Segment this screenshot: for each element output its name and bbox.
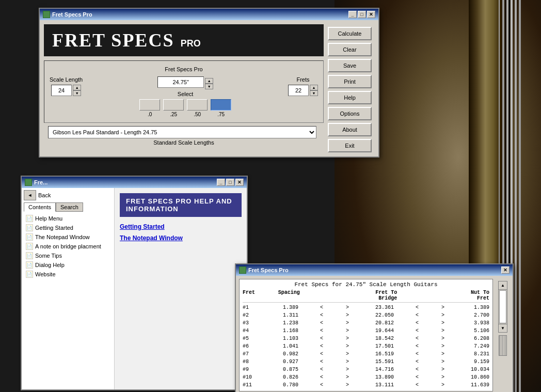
- main-close-button[interactable]: ✕: [367, 11, 375, 18]
- help-window-icon: [25, 179, 32, 186]
- results-close-button[interactable]: ✕: [501, 266, 510, 274]
- results-col-headers: Fret Spacing Fret To Bridge Nut To Fret: [243, 290, 489, 303]
- cell-gt1: >: [345, 319, 350, 327]
- scale-length-dropdown[interactable]: Gibson Les Paul Standard - Length 24.75: [48, 126, 316, 138]
- fretspecs-spinner-buttons: ▲ ▼: [205, 78, 213, 89]
- table-row: #7 0.982 < > 16.519 < > 8.231: [243, 350, 489, 358]
- about-button[interactable]: About: [328, 123, 372, 136]
- fretspecs-increment-button[interactable]: ▲: [205, 78, 213, 84]
- main-title-controls: _ □ ✕: [348, 11, 375, 18]
- cell-ntf: 6.208: [466, 335, 489, 342]
- cell-spacing: 1.311: [278, 311, 298, 319]
- cell-gt2: >: [440, 327, 445, 335]
- help-nav-item[interactable]: 📄 Some Tips: [24, 251, 112, 260]
- cell-ntf: 1.389: [466, 304, 489, 311]
- select-btn-75[interactable]: [211, 99, 231, 111]
- help-nav-item[interactable]: 📄 A note on bridge placment: [24, 242, 112, 251]
- cell-spacing: 1.238: [278, 319, 298, 327]
- help-link-getting-started[interactable]: Getting Started: [120, 223, 242, 230]
- cell-fret: #5: [243, 335, 257, 342]
- help-close-button[interactable]: ✕: [235, 179, 244, 186]
- help-nav-item[interactable]: 📄 Help Menu: [24, 214, 112, 223]
- cell-ntf: 7.249: [466, 342, 489, 350]
- table-row: #10 0.826 < > 13.890 < > 10.860: [243, 373, 489, 381]
- cell-gt1: >: [345, 381, 350, 389]
- help-nav-item[interactable]: 📄 Website: [24, 270, 112, 279]
- help-button[interactable]: Help: [328, 91, 372, 104]
- fretspecs-decrement-button[interactable]: ▼: [205, 84, 213, 89]
- scale-decrement-button[interactable]: ▼: [73, 90, 81, 96]
- help-banner: FRET SPECS PRO HELP AND INFORMATION: [120, 193, 242, 217]
- help-tab-contents[interactable]: Contents: [24, 202, 56, 212]
- clear-button[interactable]: Clear: [328, 43, 372, 56]
- cell-lt2: <: [415, 342, 420, 350]
- cell-lt2: <: [415, 350, 420, 358]
- col-op2-left: [414, 290, 419, 301]
- cell-fret: #7: [243, 350, 257, 358]
- help-window: Fre... _ □ ✕ ◄ Back Contents Search 📄 He…: [21, 176, 248, 390]
- help-nav-item[interactable]: 📄 Getting Started: [24, 223, 112, 232]
- cell-gt2: >: [440, 358, 445, 366]
- calculate-button[interactable]: Calculate: [328, 27, 372, 40]
- cell-ftb: 19.644: [371, 327, 394, 335]
- frets-decrement-button[interactable]: ▼: [310, 90, 318, 96]
- select-label: Select: [178, 91, 194, 97]
- cell-lt2: <: [415, 358, 420, 366]
- cell-fret: #9: [243, 366, 257, 373]
- options-button[interactable]: Options: [328, 107, 372, 120]
- frets-section: Frets ▲ ▼: [288, 76, 318, 96]
- cell-fret: #4: [243, 327, 257, 335]
- help-title-bar: Fre... _ □ ✕: [22, 177, 247, 188]
- frets-increment-button[interactable]: ▲: [310, 85, 318, 90]
- main-maximize-button[interactable]: □: [358, 11, 366, 18]
- frets-input[interactable]: [288, 85, 309, 96]
- cell-gt2: >: [440, 366, 445, 373]
- help-main-content: FRET SPECS PRO HELP AND INFORMATION Gett…: [115, 188, 247, 389]
- results-scrollbar[interactable]: ▲ ▼: [498, 281, 507, 333]
- cell-spacing: 0.780: [278, 381, 298, 389]
- cell-spacing: 0.982: [278, 350, 298, 358]
- scroll-up-button[interactable]: ▲: [499, 281, 507, 290]
- cell-ftb: 15.591: [371, 358, 394, 366]
- scale-input[interactable]: [51, 85, 72, 96]
- cell-lt2: <: [415, 366, 420, 373]
- results-window-icon: [239, 266, 246, 274]
- cell-lt1: <: [319, 366, 324, 373]
- cell-ftb: 22.050: [371, 311, 394, 319]
- print-button[interactable]: Print: [328, 75, 372, 88]
- right-panel: Calculate Clear Save Print Help Options …: [328, 24, 374, 152]
- help-nav-label: Getting Started: [35, 225, 73, 231]
- help-nav-label: Help Menu: [35, 215, 62, 222]
- cell-ntf: 9.159: [466, 358, 489, 366]
- dropdown-area: Gibson Les Paul Standard - Length 24.75 …: [44, 123, 324, 149]
- select-label-25: .25: [163, 112, 184, 117]
- scale-increment-button[interactable]: ▲: [73, 85, 81, 90]
- help-minimize-button[interactable]: _: [217, 179, 225, 186]
- select-btn-50[interactable]: [187, 99, 208, 111]
- help-maximize-button[interactable]: □: [226, 179, 234, 186]
- select-btn-25[interactable]: [163, 99, 184, 111]
- cell-gt2: >: [440, 311, 445, 319]
- help-back-label: Back: [38, 192, 51, 198]
- help-nav-icon: 📄: [26, 215, 33, 222]
- fretspecs-input[interactable]: [157, 76, 204, 88]
- help-nav-icon: 📄: [26, 233, 33, 241]
- cell-lt1: <: [319, 381, 324, 389]
- col-op-right: [339, 290, 344, 301]
- cell-lt2: <: [415, 304, 420, 311]
- main-minimize-button[interactable]: _: [348, 11, 357, 18]
- help-nav-item[interactable]: 📄 Dialog Help: [24, 260, 112, 270]
- help-back-button[interactable]: ◄: [24, 190, 36, 200]
- help-link-notepad-window[interactable]: The Notepad Window: [120, 234, 242, 242]
- help-nav-icon: 📄: [26, 224, 33, 231]
- cell-gt1: >: [345, 311, 350, 319]
- results-title-controls: ✕: [501, 266, 510, 274]
- exit-button[interactable]: Exit: [328, 139, 372, 152]
- save-button[interactable]: Save: [328, 59, 372, 72]
- cell-fret: #11: [243, 381, 257, 389]
- scroll-down-button[interactable]: ▼: [499, 324, 507, 332]
- help-nav-item[interactable]: 📄 The Notepad Window: [24, 232, 112, 242]
- select-btn-0[interactable]: [139, 99, 160, 111]
- cell-gt1: >: [345, 342, 350, 350]
- help-tab-search[interactable]: Search: [56, 202, 83, 212]
